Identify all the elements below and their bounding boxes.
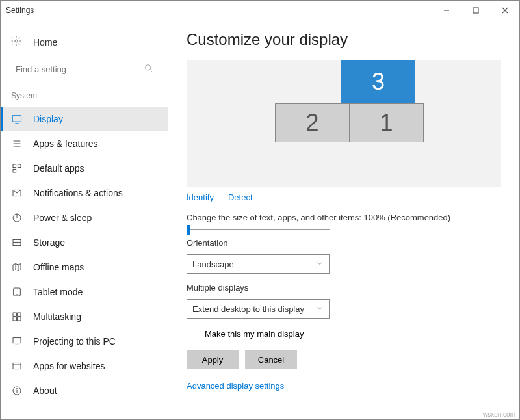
nav-label: Offline maps — [33, 262, 84, 272]
home-button[interactable]: Home — [1, 31, 168, 59]
sidebar-item-about[interactable]: About — [1, 378, 168, 403]
notification-icon — [11, 188, 23, 198]
nav-label: Tablet mode — [33, 287, 83, 297]
apply-button[interactable]: Apply — [187, 350, 239, 369]
multidisplay-label: Multiple displays — [187, 283, 501, 293]
maximize-button[interactable] — [461, 1, 490, 20]
map-icon — [11, 262, 23, 272]
monitor-1[interactable]: 1 — [349, 103, 424, 142]
power-icon — [11, 213, 23, 223]
multidisplay-dropdown[interactable]: Extend desktop to this display — [187, 299, 330, 319]
svg-rect-7 — [12, 116, 21, 122]
cancel-button[interactable]: Cancel — [245, 350, 297, 369]
list-icon — [11, 138, 23, 149]
svg-point-4 — [15, 40, 18, 42]
svg-line-6 — [150, 69, 152, 71]
main-content: Customize your display 3 2 1 Identify De… — [168, 20, 519, 419]
sidebar-item-power-sleep[interactable]: Power & sleep — [1, 205, 168, 230]
nav-label: Storage — [33, 237, 65, 248]
nav-label: Default apps — [33, 163, 84, 174]
svg-rect-13 — [18, 164, 21, 168]
svg-rect-14 — [13, 169, 16, 172]
sidebar-item-apps-websites[interactable]: Apps for websites — [1, 354, 168, 378]
svg-rect-1 — [473, 8, 478, 13]
storage-icon — [11, 237, 23, 248]
orientation-label: Orientation — [187, 238, 501, 248]
sidebar-item-display[interactable]: Display — [1, 107, 168, 131]
svg-rect-28 — [13, 338, 21, 343]
multitasking-icon — [11, 311, 23, 322]
orientation-dropdown[interactable]: Landscape — [187, 254, 330, 274]
monitor-icon — [11, 114, 23, 124]
identify-link[interactable]: Identify — [187, 192, 214, 202]
advanced-settings-link[interactable]: Advanced display settings — [187, 381, 501, 391]
chevron-down-icon — [316, 304, 324, 314]
nav-label: Apps for websites — [33, 361, 105, 371]
svg-point-33 — [17, 388, 18, 389]
orientation-value: Landscape — [192, 259, 234, 269]
window-controls — [432, 1, 519, 20]
sidebar-item-default-apps[interactable]: Default apps — [1, 156, 168, 181]
svg-point-5 — [146, 64, 151, 70]
defaults-icon — [11, 163, 23, 174]
home-label: Home — [33, 37, 57, 47]
nav-label: Multitasking — [33, 311, 81, 322]
nav-label: Display — [33, 114, 63, 124]
monitor-2[interactable]: 2 — [275, 103, 350, 142]
close-button[interactable] — [490, 1, 519, 20]
display-arrangement[interactable]: 3 2 1 — [187, 60, 501, 187]
search-input[interactable]: Find a setting — [10, 59, 159, 79]
nav-label: About — [33, 386, 57, 396]
svg-rect-25 — [18, 313, 21, 316]
search-placeholder: Find a setting — [16, 64, 66, 74]
titlebar: Settings — [1, 1, 519, 20]
sidebar-item-notifications[interactable]: Notifications & actions — [1, 181, 168, 205]
nav-label: Projecting to this PC — [33, 336, 116, 347]
nav-label: Power & sleep — [33, 213, 92, 223]
sidebar-item-apps-features[interactable]: Apps & features — [1, 131, 168, 156]
info-icon — [11, 386, 23, 396]
projecting-icon — [11, 336, 23, 347]
sidebar-item-offline-maps[interactable]: Offline maps — [1, 255, 168, 280]
multidisplay-value: Extend desktop to this display — [192, 304, 304, 314]
slider-thumb[interactable] — [187, 225, 190, 235]
page-title: Customize your display — [187, 31, 501, 49]
svg-rect-29 — [13, 363, 21, 369]
sidebar-item-projecting[interactable]: Projecting to this PC — [1, 329, 168, 354]
svg-rect-24 — [13, 313, 16, 316]
monitor-3[interactable]: 3 — [341, 60, 415, 103]
svg-rect-19 — [13, 243, 21, 246]
sidebar-item-storage[interactable]: Storage — [1, 230, 168, 255]
scale-slider[interactable] — [187, 229, 330, 230]
nav-label: Apps & features — [33, 138, 98, 149]
search-icon — [144, 64, 153, 75]
apps-websites-icon — [11, 361, 23, 371]
chevron-down-icon — [316, 259, 324, 269]
window-title: Settings — [6, 6, 34, 15]
nav-label: Notifications & actions — [33, 188, 123, 198]
main-display-checkbox[interactable] — [187, 328, 198, 339]
section-label: System — [1, 87, 168, 107]
watermark: wsxdn.com — [483, 411, 515, 418]
gear-icon — [11, 36, 23, 48]
tablet-icon — [11, 287, 23, 297]
svg-rect-27 — [18, 317, 21, 321]
scale-label: Change the size of text, apps, and other… — [187, 213, 501, 222]
svg-rect-26 — [13, 317, 16, 321]
sidebar-item-tablet-mode[interactable]: Tablet mode — [1, 280, 168, 304]
svg-rect-18 — [13, 239, 21, 242]
detect-link[interactable]: Detect — [228, 192, 253, 202]
minimize-button[interactable] — [432, 1, 461, 20]
main-display-label: Make this my main display — [205, 329, 304, 339]
sidebar-item-multitasking[interactable]: Multitasking — [1, 304, 168, 329]
svg-rect-12 — [13, 164, 16, 168]
sidebar: Home Find a setting System Display Apps … — [1, 20, 168, 419]
